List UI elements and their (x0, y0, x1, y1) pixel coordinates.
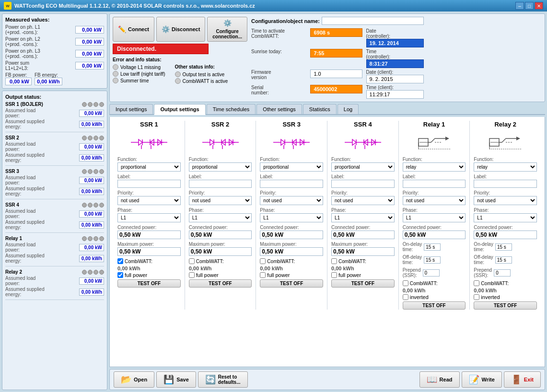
phase-select-2[interactable]: L1 (260, 213, 323, 222)
tab-time-schedules[interactable]: Time schedules (207, 104, 256, 114)
prepend-input-4[interactable] (423, 269, 440, 277)
output-item-header-5: Relay 2 (5, 269, 104, 275)
combiwatt-check-3[interactable] (331, 258, 337, 264)
output-sub-load-value-0: 0,00 kW (79, 110, 104, 117)
read-button[interactable]: 📖 Read (419, 371, 460, 388)
fullpower-check-1[interactable] (189, 272, 195, 278)
on-delay-input-5[interactable] (495, 243, 512, 251)
reset-icon: 🔄 (205, 374, 216, 385)
priority-label-4: Priority: (403, 190, 466, 196)
label-input-0[interactable] (117, 180, 181, 188)
prepend-row-5: Prepend(SSR): (474, 267, 537, 278)
combiwatt-check-2[interactable] (260, 258, 266, 264)
tab-output-settings[interactable]: Output settings (154, 104, 205, 115)
maximize-button[interactable]: □ (525, 2, 534, 10)
connected-power-row-0: Connected power: 0,50 kW (117, 225, 181, 239)
inverted-check-4[interactable] (403, 294, 408, 300)
function-select-5[interactable]: relay (474, 162, 537, 172)
phase-select-1[interactable]: L1 (189, 213, 252, 222)
test-button-4[interactable]: TEST OFF (403, 301, 466, 310)
function-select-1[interactable]: proportional (189, 162, 252, 172)
test-button-2[interactable]: TEST OFF (260, 279, 323, 288)
open-button[interactable]: 📂 Open (114, 371, 154, 388)
label-input-3[interactable] (331, 180, 395, 188)
priority-label-0: Priority: (117, 190, 181, 196)
combiwatt-check-1[interactable] (189, 258, 195, 264)
tab-statistics[interactable]: Statistics (303, 104, 337, 114)
test-button-3[interactable]: TEST OFF (331, 279, 395, 288)
label-label-1: Label: (189, 174, 252, 179)
combiwatt-check-5[interactable] (474, 280, 479, 286)
reset-button[interactable]: 🔄 Reset todefaults... (198, 371, 248, 388)
phase-row-3: Phase: L1 (331, 208, 395, 222)
fullpower-check-2[interactable] (260, 272, 266, 278)
tab-input-settings[interactable]: Input settings (109, 104, 153, 114)
priority-select-5[interactable]: not used (474, 196, 537, 205)
minimize-button[interactable]: – (515, 2, 524, 10)
led-1-1 (82, 136, 87, 140)
function-select-2[interactable]: proportional (260, 162, 323, 172)
output-sub-energy-2: Assumed suppliedenergy: 0,00 kWh (5, 186, 104, 196)
function-select-3[interactable]: proportional (331, 162, 395, 172)
close-button[interactable]: ✕ (535, 2, 543, 10)
summer-led (113, 78, 118, 83)
function-select-4[interactable]: relay (403, 162, 466, 172)
phase-select-5[interactable]: L1 (474, 213, 537, 222)
label-sum: Power sumL1+L2+L3: (5, 60, 75, 71)
label-row-2: Label: (260, 174, 323, 188)
configure-connection-button[interactable]: ⚙️ Configureconnection... (207, 17, 247, 42)
connected-power-label-3: Connected power: (331, 225, 395, 230)
output-sub-load-value-4: 0,00 kW (79, 244, 104, 251)
disconnect-button[interactable]: ⚙️ Disconnect (156, 17, 205, 42)
priority-select-0[interactable]: not used (117, 196, 181, 205)
test-button-1[interactable]: TEST OFF (189, 279, 252, 288)
tab-log[interactable]: Log (338, 104, 359, 114)
priority-select-3[interactable]: not used (331, 196, 395, 205)
date-client-value: 9. 2. 2015 (366, 75, 424, 83)
off-delay-input-5[interactable] (495, 256, 512, 264)
save-button[interactable]: 💾 Save (156, 371, 196, 388)
value-l1: 0,00 kW (75, 26, 104, 34)
test-button-0[interactable]: TEST OFF (117, 279, 181, 288)
function-row-3: Function: proportional (331, 157, 395, 172)
connected-power-label-4: Connected power: (403, 225, 466, 230)
combiwatt-status-led (175, 78, 181, 84)
firmware-label: Firmwareversion (251, 69, 306, 80)
label-label-0: Label: (117, 174, 181, 179)
label-input-1[interactable] (189, 180, 252, 188)
label-row-3: Label: (331, 174, 395, 188)
phase-select-0[interactable]: L1 (117, 213, 181, 222)
write-button[interactable]: 📝 Write (462, 371, 502, 388)
off-delay-label-4: Off-delaytime: (403, 254, 422, 265)
fullpower-check-0[interactable] (117, 272, 123, 278)
label-input-2[interactable] (260, 180, 323, 188)
on-delay-input-4[interactable] (424, 243, 441, 251)
label-input-4[interactable] (403, 180, 466, 188)
inverted-check-5[interactable] (474, 294, 479, 300)
prepend-input-5[interactable] (494, 269, 511, 277)
connected-power-value-5: 0,50 kW (474, 231, 537, 239)
priority-select-4[interactable]: not used (403, 196, 466, 205)
off-delay-input-4[interactable] (424, 256, 441, 264)
led-1-4 (82, 236, 87, 241)
function-select-0[interactable]: proportional (117, 162, 181, 172)
phase-select-4[interactable]: L1 (403, 213, 466, 222)
config-name-input[interactable] (322, 17, 424, 25)
other-status-col: Other status info: Output test is active… (175, 64, 228, 84)
connect-button[interactable]: ✏️ Connect (113, 17, 154, 42)
test-button-5[interactable]: TEST OFF (474, 301, 537, 310)
tab-other-settings[interactable]: Other settings (256, 104, 302, 114)
combiwatt-check-0[interactable] (117, 258, 123, 264)
combiwatt-check-4[interactable] (403, 280, 408, 286)
priority-select-2[interactable]: not used (260, 196, 323, 205)
priority-select-1[interactable]: not used (189, 196, 252, 205)
phase-select-3[interactable]: L1 (331, 213, 395, 222)
serial-value: 45000002 (310, 85, 362, 93)
label-input-5[interactable] (474, 180, 537, 188)
combiwatt-status-label: CombiWATT is active (183, 79, 228, 84)
fullpower-check-3[interactable] (331, 272, 337, 278)
serial-cell: Serialnumber: (251, 85, 306, 99)
exit-button[interactable]: 🚪 Exit (504, 371, 541, 388)
connected-power-value-4: 0,50 kW (403, 231, 466, 239)
fullpower-label-3: full power (338, 272, 361, 278)
